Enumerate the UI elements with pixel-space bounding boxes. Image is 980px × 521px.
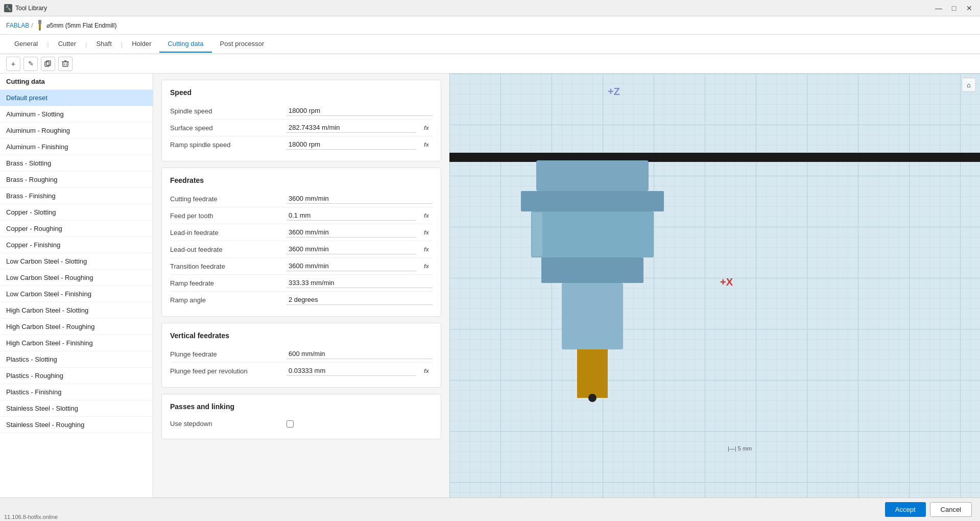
field-input-lead_out_feedrate[interactable] <box>286 244 416 254</box>
svg-rect-16 <box>536 160 649 191</box>
cutting-data-content: Speed Spindle speedSurface speedfxRamp s… <box>153 74 449 521</box>
preset-item-plas_slot[interactable]: Plastics - Slotting <box>0 351 153 368</box>
close-button[interactable]: ✕ <box>963 3 976 14</box>
field-label-ramp_feedrate: Ramp feedrate <box>170 279 282 287</box>
svg-rect-0 <box>38 20 41 24</box>
field-label-ramp_angle: Ramp angle <box>170 296 282 304</box>
main-layout: Cutting data Default presetAluminum - Sl… <box>0 74 980 521</box>
field-input-feed_per_tooth[interactable] <box>286 210 416 221</box>
field-row-plunge_feed_per_rev: Plunge feed per revolutionfx <box>170 363 433 379</box>
delete-preset-button[interactable] <box>58 57 73 71</box>
fx-button-feed_per_tooth[interactable]: fx <box>420 210 433 221</box>
breadcrumb-root[interactable]: FABLAB <box>6 22 29 29</box>
fx-button-surface_speed[interactable]: fx <box>420 123 433 133</box>
field-input-ramp_spindle_speed[interactable] <box>286 139 416 150</box>
field-row-lead_in_feedrate: Lead-in feedratefx <box>170 224 433 241</box>
footer: Accept Cancel <box>0 498 980 521</box>
field-input-cutting_feedrate[interactable] <box>286 194 433 204</box>
preset-item-copper_rough[interactable]: Copper - Roughing <box>0 221 153 237</box>
preset-item-alum_slot[interactable]: Aluminum - Slotting <box>0 106 153 123</box>
field-label-spindle_speed: Spindle speed <box>170 107 282 115</box>
preset-item-brass_finish[interactable]: Brass - Finishing <box>0 188 153 204</box>
fx-button-lead_out_feedrate[interactable]: fx <box>420 244 433 254</box>
tab-holder[interactable]: Holder <box>124 36 159 53</box>
preset-item-hcs_finish[interactable]: High Carbon Steel - Finishing <box>0 335 153 351</box>
copy-preset-button[interactable] <box>41 57 55 71</box>
3d-viewport: +Z +X |—| 5 mm <box>449 74 980 521</box>
svg-point-22 <box>588 394 596 402</box>
edit-preset-button[interactable]: ✎ <box>23 57 38 71</box>
speed-title: Speed <box>170 88 433 97</box>
content-area: Speed Spindle speedSurface speedfxRamp s… <box>153 74 980 521</box>
preset-item-plas_finish[interactable]: Plastics - Finishing <box>0 384 153 400</box>
vertical-feedrates-title: Vertical feedrates <box>170 331 433 340</box>
tab-post-processor[interactable]: Post processor <box>212 36 273 53</box>
svg-rect-5 <box>63 62 68 66</box>
tab-cutter[interactable]: Cutter <box>50 36 84 53</box>
svg-text:+Z: +Z <box>608 86 620 97</box>
cancel-button[interactable]: Cancel <box>930 502 972 517</box>
field-label-plunge_feed_per_rev: Plunge feed per revolution <box>170 367 282 375</box>
window-controls: — □ ✕ <box>932 3 976 14</box>
preset-item-brass_slot[interactable]: Brass - Slotting <box>0 155 153 172</box>
use-stepdown-checkbox[interactable] <box>286 420 294 428</box>
field-input-plunge_feed_per_rev[interactable] <box>286 366 416 376</box>
fx-button-ramp_spindle_speed[interactable]: fx <box>420 139 433 150</box>
field-input-lead_in_feedrate[interactable] <box>286 227 416 238</box>
svg-rect-11 <box>449 74 980 521</box>
svg-point-2 <box>39 29 40 30</box>
viewport-grid: +Z +X |—| 5 mm <box>449 74 980 521</box>
field-row-plunge_feedrate: Plunge feedrate <box>170 346 433 363</box>
field-input-ramp_feedrate[interactable] <box>286 278 433 288</box>
window-title: Tool Library <box>15 5 47 12</box>
minimize-button[interactable]: — <box>932 3 945 14</box>
field-label-cutting_feedrate: Cutting feedrate <box>170 195 282 203</box>
breadcrumb-tool: ⌀5mm (5mm Flat Endmill) <box>46 22 117 29</box>
svg-rect-1 <box>39 24 41 29</box>
field-input-surface_speed[interactable] <box>286 123 416 133</box>
fx-button-lead_in_feedrate[interactable]: fx <box>420 227 433 238</box>
vertical-feedrates-section: Vertical feedrates Plunge feedratePlunge… <box>161 323 441 388</box>
viewport-home-button[interactable]: ⌂ <box>962 78 976 92</box>
field-input-ramp_angle[interactable] <box>286 295 433 305</box>
svg-rect-23 <box>532 212 542 256</box>
speed-section: Speed Spindle speedSurface speedfxRamp s… <box>161 80 441 161</box>
field-label-transition_feedrate: Transition feedrate <box>170 263 282 270</box>
preset-item-plas_rough[interactable]: Plastics - Roughing <box>0 368 153 384</box>
field-row-lead_out_feedrate: Lead-out feedratefx <box>170 241 433 258</box>
preset-item-copper_slot[interactable]: Copper - Slotting <box>0 204 153 221</box>
svg-rect-12 <box>449 153 980 162</box>
preset-item-alum_rough[interactable]: Aluminum - Roughing <box>0 123 153 139</box>
tab-shaft[interactable]: Shaft <box>88 36 119 53</box>
preset-item-brass_rough[interactable]: Brass - Roughing <box>0 172 153 188</box>
field-label-plunge_feedrate: Plunge feedrate <box>170 350 282 358</box>
preset-item-copper_finish[interactable]: Copper - Finishing <box>0 237 153 253</box>
tab-general[interactable]: General <box>6 36 46 53</box>
maximize-button[interactable]: □ <box>947 3 961 14</box>
preset-item-ss_slot[interactable]: Stainless Steel - Slotting <box>0 400 153 417</box>
preset-item-alum_finish[interactable]: Aluminum - Finishing <box>0 139 153 155</box>
content-and-viewport: Speed Spindle speedSurface speedfxRamp s… <box>153 74 980 521</box>
preset-item-lcs_finish[interactable]: Low Carbon Steel - Finishing <box>0 286 153 302</box>
field-input-plunge_feedrate[interactable] <box>286 349 433 359</box>
tab-cutting-data[interactable]: Cutting data <box>159 36 211 53</box>
tool-icon <box>35 20 44 31</box>
preset-item-lcs_rough[interactable]: Low Carbon Steel - Roughing <box>0 270 153 286</box>
preset-item-lcs_slot[interactable]: Low Carbon Steel - Slotting <box>0 253 153 270</box>
fx-button-transition_feedrate[interactable]: fx <box>420 261 433 271</box>
app-icon: 🔧 <box>4 4 12 12</box>
field-input-spindle_speed[interactable] <box>286 106 433 116</box>
accept-button[interactable]: Accept <box>885 502 926 517</box>
field-row-spindle_speed: Spindle speed <box>170 103 433 120</box>
preset-item-default[interactable]: Default preset <box>0 90 153 106</box>
preset-item-hcs_slot[interactable]: High Carbon Steel - Slotting <box>0 302 153 319</box>
preset-item-ss_rough[interactable]: Stainless Steel - Roughing <box>0 417 153 433</box>
svg-text:|—| 5 mm: |—| 5 mm <box>728 445 752 452</box>
status-bar: 11.106.8-hotfix.online <box>0 513 62 521</box>
preset-item-hcs_rough[interactable]: High Carbon Steel - Roughing <box>0 319 153 335</box>
breadcrumb: FABLAB / ⌀5mm (5mm Flat Endmill) <box>0 16 980 35</box>
fx-button-plunge_feed_per_rev[interactable]: fx <box>420 366 433 376</box>
field-label-feed_per_tooth: Feed per tooth <box>170 212 282 220</box>
add-preset-button[interactable]: + <box>6 57 20 71</box>
field-input-transition_feedrate[interactable] <box>286 261 416 271</box>
